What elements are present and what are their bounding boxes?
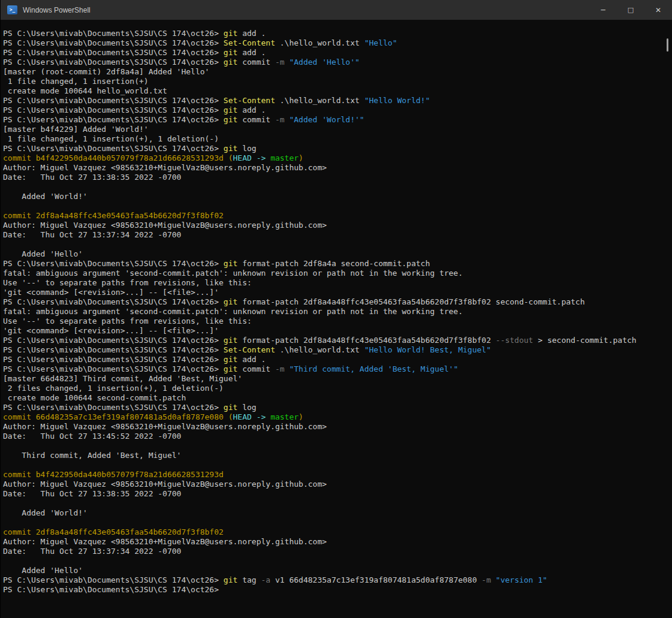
terminal-line: PS C:\Users\mivab\Documents\SJSU\CS 174\… [3,58,662,67]
terminal-line: PS C:\Users\mivab\Documents\SJSU\CS 174\… [3,96,662,105]
minimize-icon: ─ [601,7,605,14]
terminal-line [3,499,662,508]
terminal-line: [master b4f4229] Added 'World!' [3,125,662,134]
terminal-line: commit b4f422950da440b057079f78a21d66628… [3,470,662,480]
terminal-line: Added 'World!' [3,192,662,201]
terminal-line: PS C:\Users\mivab\Documents\SJSU\CS 174\… [3,115,662,125]
close-button[interactable]: ✕ [644,0,672,20]
terminal-line: 1 file changed, 1 insertion(+) [3,77,662,86]
terminal-line: PS C:\Users\mivab\Documents\SJSU\CS 174\… [3,336,662,345]
terminal-line: commit 2df8a4a48ffc43e05463faa54b6620d7f… [3,211,662,221]
terminal-line: PS C:\Users\mivab\Documents\SJSU\CS 174\… [3,144,662,153]
terminal-line: create mode 100644 hello_world.txt [3,86,662,96]
maximize-icon: □ [628,7,634,13]
terminal-line [3,556,662,566]
terminal-line: [master (root-commit) 2df8a4a] Added 'He… [3,67,662,77]
terminal-line: Author: Miguel Vazquez <98563210+MiguelV… [3,537,662,547]
terminal-line [3,460,662,470]
terminal-line: Date: Thu Oct 27 13:37:34 2022 -0700 [3,230,662,240]
maximize-button[interactable]: □ [617,0,644,20]
scrollbar-thumb[interactable] [667,38,668,52]
title-bar[interactable]: >_ Windows PowerShell ─ □ ✕ [1,0,672,20]
terminal-line: 1 file changed, 1 insertion(+), 1 deleti… [3,134,662,144]
terminal-screen[interactable]: PS C:\Users\mivab\Documents\SJSU\CS 174\… [1,20,672,618]
scrollbar[interactable] [664,20,672,618]
terminal-line: fatal: ambiguous argument 'second-commit… [3,307,662,316]
terminal-line: 2 files changed, 1 insertion(+), 1 delet… [3,384,662,393]
terminal-line: Author: Miguel Vazquez <98563210+MiguelV… [3,480,662,489]
terminal-line: PS C:\Users\mivab\Documents\SJSU\CS 174\… [3,259,662,269]
terminal-line: fatal: ambiguous argument 'second-commit… [3,269,662,278]
terminal-line: 'git <command> [<revision>...] -- [<file… [3,326,662,336]
terminal-line: Use '--' to separate paths from revision… [3,278,662,288]
terminal-line: Use '--' to separate paths from revision… [3,316,662,326]
terminal-line [3,518,662,527]
terminal-line: Author: Miguel Vazquez <98563210+MiguelV… [3,422,662,432]
terminal-line: Date: Thu Oct 27 13:38:35 2022 -0700 [3,173,662,182]
terminal-line: PS C:\Users\mivab\Documents\SJSU\CS 174\… [3,364,662,374]
minimize-button[interactable]: ─ [589,0,617,20]
terminal-line: PS C:\Users\mivab\Documents\SJSU\CS 174\… [3,48,662,58]
terminal-line: Date: Thu Oct 27 13:45:52 2022 -0700 [3,432,662,441]
terminal-line: PS C:\Users\mivab\Documents\SJSU\CS 174\… [3,403,662,412]
terminal-line: create mode 100644 second-commit.patch [3,393,662,403]
close-icon: ✕ [655,7,661,14]
terminal-line [3,441,662,451]
terminal-line: Added 'World!' [3,508,662,518]
terminal-line: commit 66d48235a7c13ef319af807481a5d0af8… [3,412,662,422]
terminal-output: PS C:\Users\mivab\Documents\SJSU\CS 174\… [3,29,662,595]
terminal-line: PS C:\Users\mivab\Documents\SJSU\CS 174\… [3,345,662,355]
terminal-line [3,201,662,211]
terminal-line: Author: Miguel Vazquez <98563210+MiguelV… [3,163,662,173]
powershell-window: >_ Windows PowerShell ─ □ ✕ PS C:\Users\… [0,0,672,618]
terminal-line [3,182,662,192]
powershell-icon[interactable]: >_ [7,5,17,14]
terminal-line: PS C:\Users\mivab\Documents\SJSU\CS 174\… [3,585,662,595]
terminal-line: commit b4f422950da440b057079f78a21d66628… [3,153,662,163]
terminal-line: PS C:\Users\mivab\Documents\SJSU\CS 174\… [3,105,662,115]
window-title: Windows PowerShell [23,6,91,14]
terminal-line: Added 'Hello' [3,249,662,259]
terminal-line [3,240,662,249]
terminal-line: PS C:\Users\mivab\Documents\SJSU\CS 174\… [3,575,662,585]
terminal-line: Date: Thu Oct 27 13:37:34 2022 -0700 [3,547,662,556]
window-controls: ─ □ ✕ [589,0,672,20]
terminal-line: 'git <command> [<revision>...] -- [<file… [3,288,662,297]
terminal-line: Date: Thu Oct 27 13:38:35 2022 -0700 [3,489,662,499]
terminal-line: commit 2df8a4a48ffc43e05463faa54b6620d7f… [3,527,662,537]
terminal-line: Added 'Hello' [3,566,662,575]
powershell-icon-glyph: >_ [10,7,16,13]
terminal-line: PS C:\Users\mivab\Documents\SJSU\CS 174\… [3,297,662,307]
terminal-line: Third commit, Added 'Best, Miguel' [3,451,662,460]
terminal-line: PS C:\Users\mivab\Documents\SJSU\CS 174\… [3,355,662,364]
terminal-line: PS C:\Users\mivab\Documents\SJSU\CS 174\… [3,29,662,38]
terminal-line: Author: Miguel Vazquez <98563210+MiguelV… [3,221,662,230]
terminal-line: PS C:\Users\mivab\Documents\SJSU\CS 174\… [3,38,662,48]
terminal-line: [master 66d4823] Third commit, Added 'Be… [3,374,662,384]
